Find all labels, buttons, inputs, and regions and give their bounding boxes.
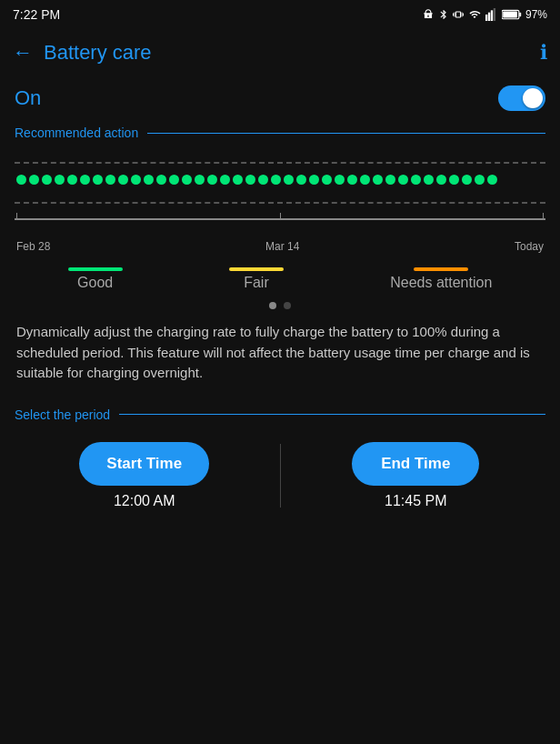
chart-upper-dashed <box>15 162 545 164</box>
chart-dot <box>411 175 421 185</box>
axis-tick-start <box>16 213 17 220</box>
chart-dot <box>182 175 192 185</box>
chart-dot <box>80 175 90 185</box>
chart-dot <box>449 175 459 185</box>
vibrate-icon <box>453 8 464 21</box>
axis-label-mid: Mar 14 <box>265 240 299 253</box>
chart-dot <box>296 175 306 185</box>
time-divider <box>280 444 281 508</box>
chart-dot <box>398 175 408 185</box>
chart-dot <box>55 175 65 185</box>
signal-icon <box>485 8 498 21</box>
legend-attention-line <box>414 267 468 271</box>
recommended-title: Recommended action <box>15 126 138 140</box>
page-title: Battery care <box>44 41 540 65</box>
chart-dot <box>42 175 52 185</box>
svg-rect-2 <box>491 10 493 21</box>
battery-icon <box>502 9 522 20</box>
period-divider <box>119 414 545 415</box>
bluetooth-icon <box>438 8 449 21</box>
legend-good-label: Good <box>77 275 113 291</box>
chart-dot <box>169 175 179 185</box>
info-button[interactable]: ℹ <box>540 41 547 65</box>
svg-rect-6 <box>519 13 521 17</box>
alarm-icon <box>422 8 435 21</box>
battery-percentage: 97% <box>525 8 547 21</box>
axis-label-start: Feb 28 <box>16 240 50 253</box>
chart-dot <box>347 175 357 185</box>
chart-dot <box>220 175 230 185</box>
chart-dot <box>233 175 243 185</box>
svg-rect-5 <box>503 11 517 17</box>
feature-description: Dynamically adjust the charging rate to … <box>0 315 560 398</box>
chart-dot <box>207 175 217 185</box>
chart-dot <box>93 175 103 185</box>
start-time-value: 12:00 AM <box>114 493 175 509</box>
legend-fair: Fair <box>229 267 284 291</box>
chart-dot <box>360 175 370 185</box>
chart-dot <box>144 175 154 185</box>
recommended-section-header: Recommended action <box>0 120 560 146</box>
status-bar: 7:22 PM 97% <box>0 0 560 29</box>
battery-chart: Feb 28 Mar 14 Today <box>0 146 560 258</box>
chart-dot <box>105 175 115 185</box>
chart-dot <box>322 175 332 185</box>
chart-dot <box>487 175 497 185</box>
axis-tick-mid <box>280 213 281 220</box>
svg-rect-0 <box>485 15 487 21</box>
chart-lower-dashed <box>15 202 545 204</box>
chart-dot <box>29 175 39 185</box>
chart-dot <box>245 175 255 185</box>
legend-attention: Needs attention <box>390 267 492 291</box>
chart-timeline <box>15 209 545 220</box>
period-title: Select the period <box>15 407 110 422</box>
chart-dot <box>309 175 319 185</box>
svg-rect-1 <box>488 13 490 21</box>
app-header: ← Battery care ℹ <box>0 29 560 76</box>
period-section-header: Select the period <box>0 402 560 427</box>
chart-dot <box>195 175 205 185</box>
status-icons: 97% <box>422 8 547 21</box>
legend-fair-line <box>229 267 284 271</box>
pagination-dot-2 <box>284 302 291 309</box>
end-time-button[interactable]: End Time <box>352 442 479 486</box>
toggle-label: On <box>15 86 41 110</box>
legend-attention-label: Needs attention <box>390 275 492 291</box>
axis-tick-end <box>543 213 544 220</box>
start-time-button[interactable]: Start Time <box>79 442 209 486</box>
pagination-dot-1 <box>269 302 276 309</box>
chart-dot <box>335 175 345 185</box>
back-button[interactable]: ← <box>13 41 33 65</box>
chart-dot <box>373 175 383 185</box>
legend-fair-label: Fair <box>244 275 269 291</box>
chart-dot <box>462 175 472 185</box>
chart-dot <box>16 175 26 185</box>
pagination <box>0 297 560 315</box>
time-picker-row: Start Time 12:00 AM End Time 11:45 PM <box>0 427 560 524</box>
toggle-row: On <box>0 76 560 120</box>
recommended-divider <box>147 133 545 134</box>
chart-dot <box>475 175 485 185</box>
end-time-wrap: End Time 11:45 PM <box>290 442 543 509</box>
status-time: 7:22 PM <box>13 7 60 22</box>
svg-rect-3 <box>494 8 495 21</box>
chart-dot <box>436 175 446 185</box>
chart-dot <box>284 175 294 185</box>
period-section: Select the period Start Time 12:00 AM En… <box>0 398 560 528</box>
chart-dots-row <box>15 175 545 185</box>
chart-legend: Good Fair Needs attention <box>0 258 560 297</box>
axis-label-end: Today <box>515 240 544 253</box>
chart-dot <box>385 175 395 185</box>
start-time-wrap: Start Time 12:00 AM <box>18 442 271 509</box>
chart-container <box>15 155 545 236</box>
legend-good: Good <box>68 267 123 291</box>
end-time-value: 11:45 PM <box>385 493 446 509</box>
chart-dot <box>67 175 77 185</box>
battery-care-toggle[interactable] <box>498 85 545 111</box>
chart-dot <box>156 175 166 185</box>
chart-dot <box>118 175 128 185</box>
chart-dot <box>271 175 281 185</box>
chart-dot <box>424 175 434 185</box>
chart-dot <box>131 175 141 185</box>
legend-good-line <box>68 267 123 271</box>
